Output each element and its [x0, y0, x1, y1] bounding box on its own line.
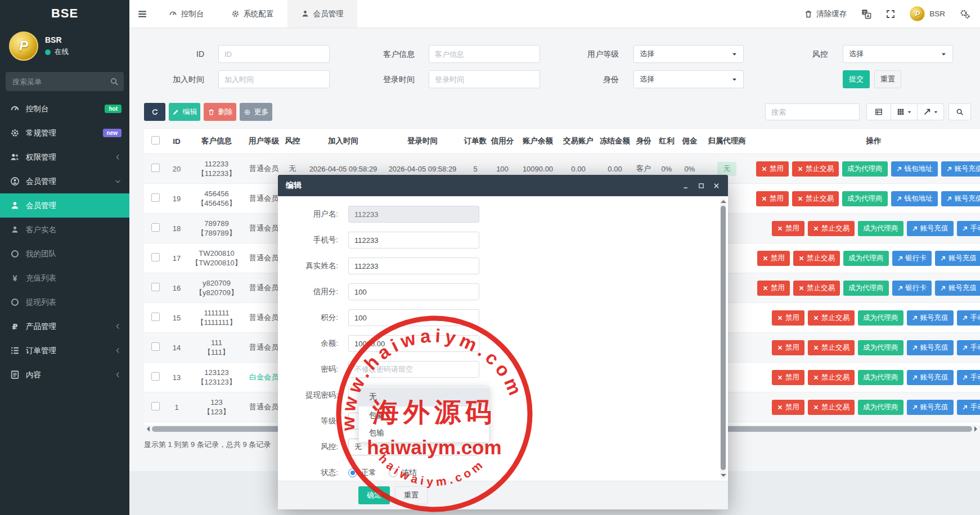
- action-钱包地址-button[interactable]: 钱包地址: [891, 161, 938, 177]
- action-账号充值-button[interactable]: 账号充值: [907, 340, 954, 355]
- scroll-right-icon[interactable]: [974, 426, 980, 432]
- sidebar-item-充值列表[interactable]: ¥充值列表: [0, 266, 129, 290]
- row-checkbox[interactable]: [151, 372, 160, 381]
- row-checkbox[interactable]: [151, 193, 160, 202]
- action-禁止交易-button[interactable]: 禁止交易: [792, 191, 839, 206]
- modal-密码-input[interactable]: 不修改密码请留空: [348, 361, 479, 378]
- action-成为代理商-button[interactable]: 成为代理商: [843, 281, 889, 296]
- modal-reset-button[interactable]: 重置: [395, 486, 428, 504]
- action-成为代理商-button[interactable]: 成为代理商: [842, 161, 888, 177]
- action-银行卡-button[interactable]: 银行卡: [892, 281, 932, 296]
- scroll-left-icon[interactable]: [144, 426, 150, 432]
- sidebar-item-产品管理[interactable]: ₽产品管理: [0, 314, 129, 338]
- tab-会员管理[interactable]: 会员管理: [287, 0, 357, 28]
- dropdown-option-无[interactable]: 无: [359, 387, 489, 406]
- sidebar-item-我的团队[interactable]: 我的团队: [0, 242, 129, 266]
- radio-冻结[interactable]: 冻结: [389, 468, 417, 478]
- navbar-user[interactable]: PBSR: [910, 6, 945, 21]
- action-成为代理商-button[interactable]: 成为代理商: [858, 221, 903, 236]
- sidebar-item-权限管理[interactable]: 权限管理: [0, 145, 129, 169]
- more-button[interactable]: 更多: [240, 103, 272, 121]
- modal-真实姓名-input[interactable]: 112233: [348, 258, 479, 274]
- action-账号充值-button[interactable]: 账号充值: [941, 161, 980, 177]
- action-禁止交易-button[interactable]: 禁止交易: [808, 340, 855, 355]
- action-禁止交易-button[interactable]: 禁止交易: [793, 281, 840, 296]
- action-账号充值-button[interactable]: 账号充值: [935, 251, 980, 266]
- action-禁用-button[interactable]: 禁用: [772, 221, 804, 236]
- close-icon[interactable]: [713, 182, 720, 189]
- action-手动扣款-button[interactable]: 手动扣款: [957, 310, 980, 326]
- action-成为代理商-button[interactable]: 成为代理商: [842, 191, 888, 206]
- filter-reset-button[interactable]: 重置: [874, 70, 901, 88]
- scroll-up-icon[interactable]: [721, 197, 726, 203]
- action-禁用-button[interactable]: 禁用: [772, 310, 804, 326]
- action-成为代理商-button[interactable]: 成为代理商: [858, 310, 903, 326]
- sidebar-item-提现列表[interactable]: 提现列表: [0, 290, 129, 314]
- settings-button[interactable]: [960, 9, 970, 19]
- edit-button[interactable]: 编辑: [169, 103, 200, 121]
- scroll-down-icon[interactable]: [721, 474, 726, 480]
- action-禁用-button[interactable]: 禁用: [757, 281, 790, 296]
- menu-toggle-button[interactable]: [129, 0, 155, 28]
- columns-button[interactable]: [891, 103, 918, 120]
- sidebar-item-内容[interactable]: 内容: [0, 363, 129, 387]
- action-成为代理商-button[interactable]: 成为代理商: [858, 400, 903, 415]
- tab-系统配置[interactable]: 系统配置: [218, 0, 287, 28]
- language-button[interactable]: 文A: [861, 9, 871, 19]
- action-禁止交易-button[interactable]: 禁止交易: [808, 370, 855, 385]
- filter-id-input[interactable]: [218, 45, 330, 63]
- modal-手机号-input[interactable]: 112233: [348, 232, 479, 249]
- action-账号充值-button[interactable]: 账号充值: [907, 400, 954, 415]
- row-checkbox[interactable]: [151, 342, 160, 351]
- action-账号充值-button[interactable]: 账号充值: [907, 370, 954, 385]
- action-银行卡-button[interactable]: 银行卡: [892, 251, 932, 266]
- select-all-checkbox[interactable]: [151, 136, 160, 144]
- action-禁用-button[interactable]: 禁用: [772, 400, 804, 415]
- minimize-icon[interactable]: [682, 182, 690, 189]
- filter-risk-select[interactable]: 选择: [843, 45, 953, 63]
- modal-余额-input[interactable]: 10090.00: [348, 335, 479, 352]
- action-禁用-button[interactable]: 禁用: [756, 161, 789, 177]
- sidebar-item-客户实名[interactable]: 客户实名: [0, 218, 129, 242]
- table-search-input[interactable]: [765, 103, 860, 120]
- tab-控制台[interactable]: 控制台: [155, 0, 218, 28]
- filter-customer-input[interactable]: [429, 45, 540, 63]
- action-禁止交易-button[interactable]: 禁止交易: [793, 251, 840, 266]
- radio-正常[interactable]: 正常: [348, 468, 376, 478]
- action-禁用-button[interactable]: 禁用: [772, 370, 804, 385]
- modal-信用分-input[interactable]: 100: [348, 283, 479, 300]
- modal-scrollbar-thumb[interactable]: [721, 206, 726, 470]
- sidebar-item-会员管理[interactable]: 会员管理: [0, 193, 129, 218]
- export-button[interactable]: [917, 103, 944, 120]
- action-禁止交易-button[interactable]: 禁止交易: [792, 161, 839, 177]
- filter-login-time-input[interactable]: [429, 70, 540, 88]
- filter-identity-select[interactable]: 选择: [633, 70, 744, 88]
- clear-cache-button[interactable]: 清除缓存: [804, 9, 847, 19]
- fullscreen-button[interactable]: [886, 10, 895, 19]
- action-成为代理商-button[interactable]: 成为代理商: [858, 340, 903, 355]
- detail-view-button[interactable]: [866, 103, 891, 120]
- sidebar-item-订单管理[interactable]: 订单管理: [0, 338, 129, 363]
- action-手动扣款-button[interactable]: 手动扣款: [957, 370, 980, 385]
- action-账号充值-button[interactable]: 账号充值: [907, 310, 954, 326]
- action-手动扣款-button[interactable]: 手动扣款: [957, 340, 980, 355]
- modal-header[interactable]: 编辑: [278, 175, 728, 196]
- sidebar-item-会员管理[interactable]: 会员管理: [0, 169, 129, 193]
- modal-scrollbar[interactable]: [720, 198, 726, 479]
- refresh-button[interactable]: [144, 103, 165, 121]
- row-checkbox[interactable]: [151, 402, 160, 410]
- dropdown-option-包输[interactable]: 包输: [359, 424, 489, 441]
- search-button[interactable]: [948, 103, 971, 120]
- action-手动扣款-button[interactable]: 手动扣款: [957, 400, 980, 415]
- row-checkbox[interactable]: [151, 313, 160, 321]
- action-钱包地址-button[interactable]: 钱包地址: [891, 191, 938, 206]
- filter-level-select[interactable]: 选择: [633, 45, 744, 63]
- action-成为代理商-button[interactable]: 成为代理商: [858, 370, 903, 385]
- action-禁用-button[interactable]: 禁用: [757, 251, 790, 266]
- dropdown-option-包赢[interactable]: 包赢: [359, 406, 489, 424]
- confirm-button[interactable]: 确定: [358, 486, 390, 504]
- filter-join-time-input[interactable]: [218, 70, 330, 88]
- filter-submit-button[interactable]: 提交: [843, 70, 870, 88]
- action-手动扣款-button[interactable]: 手动扣款: [957, 221, 980, 236]
- sidebar-item-常规管理[interactable]: 常规管理new: [0, 121, 129, 145]
